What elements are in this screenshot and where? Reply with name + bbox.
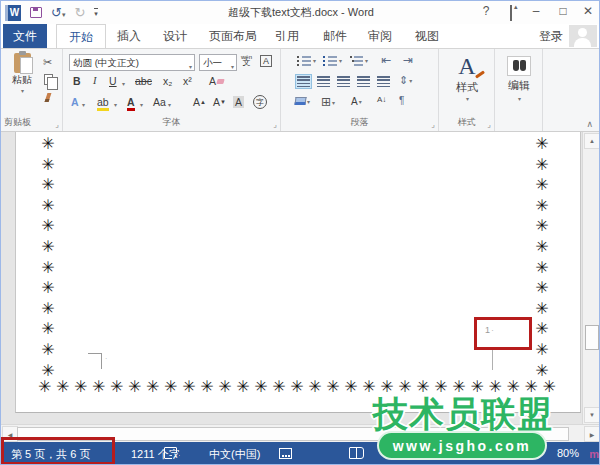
font-dialog-launcher-icon[interactable]: ⌟ bbox=[273, 120, 277, 129]
tab-design[interactable]: 设计 bbox=[151, 24, 199, 48]
save-icon[interactable] bbox=[30, 7, 42, 18]
read-mode-view-icon[interactable] bbox=[349, 447, 364, 459]
collapse-ribbon-icon[interactable]: ∧ bbox=[586, 119, 593, 129]
character-shading-button[interactable]: A bbox=[233, 96, 244, 108]
styles-dialog-launcher-icon[interactable]: ⌟ bbox=[487, 120, 491, 129]
help-button[interactable]: ? bbox=[477, 4, 495, 18]
font-name-dropdown-icon[interactable]: ▾ bbox=[189, 60, 192, 75]
phonetic-guide-button[interactable]: wén文 bbox=[241, 54, 252, 66]
paragraph-group: ▾ ▾ ▾ ⇤ ⇥ ⇕▾ ▾ ⊞▾ A▾ A↓ ¶ 段落 ⌟ bbox=[281, 49, 439, 131]
styles-button[interactable]: A 样式 ▾ bbox=[439, 51, 495, 103]
footer-cursor-line bbox=[492, 348, 493, 370]
change-case-button[interactable]: Aa bbox=[153, 96, 166, 108]
highlight-dropdown-icon[interactable]: ▾ bbox=[114, 101, 117, 108]
paste-button[interactable]: 粘贴 ▾ bbox=[5, 53, 39, 113]
change-case-dropdown-icon[interactable]: ▾ bbox=[168, 101, 171, 108]
vertical-scrollbar-thumb[interactable] bbox=[585, 325, 599, 350]
tab-references[interactable]: 引用 bbox=[263, 24, 311, 48]
tab-review[interactable]: 审阅 bbox=[356, 24, 404, 48]
clear-formatting-button[interactable]: A bbox=[209, 75, 224, 87]
cut-button[interactable]: ✂ bbox=[43, 56, 52, 69]
asian-layout-button[interactable]: A▾ bbox=[351, 96, 362, 107]
align-center-button[interactable] bbox=[317, 76, 330, 87]
font-name-combo[interactable]: 幼圆 (中文正文)▾ bbox=[69, 54, 195, 71]
line-spacing-button[interactable]: ⇕▾ bbox=[399, 74, 412, 87]
paste-dropdown-icon[interactable]: ▾ bbox=[6, 87, 39, 94]
text-effects-button[interactable]: A bbox=[71, 96, 79, 108]
paragraph-dialog-launcher-icon[interactable]: ⌟ bbox=[431, 120, 435, 129]
character-border-button[interactable]: A bbox=[260, 55, 272, 67]
increase-indent-button[interactable]: ⇥ bbox=[403, 53, 413, 67]
language-indicator[interactable]: 中文(中国) bbox=[209, 447, 260, 462]
numbering-button[interactable]: ▾ bbox=[323, 55, 342, 66]
border-star: ✳ bbox=[344, 377, 357, 396]
italic-button[interactable]: I bbox=[93, 75, 97, 86]
scroll-up-icon[interactable]: ▲ bbox=[584, 133, 600, 149]
sort-button[interactable]: A↓ bbox=[377, 96, 386, 104]
underline-dropdown-icon[interactable]: ▾ bbox=[122, 80, 125, 87]
proofing-errors-icon[interactable] bbox=[164, 447, 177, 459]
clipboard-group: 粘贴 ▾ ✂ 剪贴板 ⌟ bbox=[1, 49, 63, 131]
redo-icon[interactable]: ↻ bbox=[74, 6, 85, 19]
text-effects-dropdown-icon[interactable]: ▾ bbox=[82, 101, 85, 108]
enclose-characters-button[interactable]: 字 bbox=[253, 95, 267, 109]
enclose-characters-icon: 字 bbox=[253, 95, 267, 109]
borders-button[interactable]: ⊞▾ bbox=[321, 95, 335, 109]
border-star: ✳ bbox=[38, 216, 58, 237]
tab-page-layout[interactable]: 页面布局 bbox=[197, 24, 269, 48]
undo-dropdown-icon[interactable]: ▾ bbox=[62, 11, 66, 18]
justify-button[interactable] bbox=[357, 76, 370, 87]
borders-icon: ⊞ bbox=[321, 95, 331, 109]
clipboard-dialog-launcher-icon[interactable]: ⌟ bbox=[55, 120, 59, 129]
customize-qat-icon[interactable]: ▾ bbox=[94, 8, 98, 17]
decrease-indent-button[interactable]: ⇤ bbox=[381, 53, 391, 67]
highlight-button[interactable]: ab bbox=[97, 96, 109, 111]
shading-button[interactable]: ▾ bbox=[295, 97, 310, 105]
grow-font-button[interactable]: A▲ bbox=[193, 96, 206, 108]
border-star: ✳ bbox=[38, 175, 58, 196]
phonetic-guide-icon: wén文 bbox=[241, 54, 252, 66]
tab-file[interactable]: 文件 bbox=[3, 24, 47, 48]
font-size-dropdown-icon[interactable]: ▾ bbox=[231, 60, 234, 75]
vertical-scrollbar[interactable]: ▲ ▼ bbox=[582, 132, 600, 424]
tab-insert[interactable]: 插入 bbox=[105, 24, 153, 48]
format-painter-button[interactable] bbox=[46, 93, 50, 102]
align-right-button[interactable] bbox=[337, 76, 350, 87]
close-button[interactable]: ✕ bbox=[579, 4, 597, 18]
tab-view[interactable]: 视图 bbox=[403, 24, 451, 48]
font-size-combo[interactable]: 小一▾ bbox=[199, 54, 237, 71]
bold-button[interactable]: B bbox=[73, 75, 81, 87]
shrink-font-button[interactable]: A▼ bbox=[213, 96, 226, 108]
font-color-button[interactable]: A bbox=[127, 96, 135, 111]
superscript-button[interactable]: x² bbox=[183, 75, 192, 87]
styles-group: A 样式 ▾ 样式 ⌟ bbox=[439, 49, 495, 131]
multilevel-list-button[interactable]: ▾ bbox=[349, 55, 368, 66]
ribbon-display-options-button[interactable] bbox=[502, 4, 520, 18]
sign-in-link[interactable]: 登录 bbox=[539, 24, 563, 48]
ribbon-display-options-icon bbox=[510, 5, 512, 21]
editing-button[interactable]: 编辑 ▾ bbox=[495, 53, 543, 105]
distribute-button[interactable] bbox=[377, 76, 390, 87]
show-hide-marks-button[interactable]: ¶ bbox=[399, 95, 404, 106]
window-title: 超级下载text文档.docx - Word bbox=[151, 5, 451, 20]
macro-record-icon[interactable] bbox=[279, 448, 292, 459]
subscript-button[interactable]: x₂ bbox=[163, 75, 172, 87]
account-avatar[interactable] bbox=[569, 25, 597, 47]
zoom-level[interactable]: 80% bbox=[557, 447, 579, 459]
border-star: ✳ bbox=[254, 377, 267, 396]
copy-button[interactable] bbox=[44, 74, 53, 85]
tab-mailings[interactable]: 邮件 bbox=[311, 24, 359, 48]
maximize-button[interactable]: □ bbox=[554, 4, 572, 18]
bullets-button[interactable]: ▾ bbox=[297, 55, 316, 66]
align-left-button[interactable] bbox=[295, 74, 312, 89]
minimize-button[interactable]: – bbox=[527, 4, 545, 18]
undo-button[interactable]: ↺▾ bbox=[51, 6, 65, 19]
strikethrough-button[interactable]: abc bbox=[135, 75, 152, 87]
word-logo-icon[interactable]: W bbox=[5, 5, 21, 21]
document-page[interactable]: ✳✳✳✳✳✳✳✳✳✳✳✳ ✳✳✳✳✳✳✳✳✳✳✳✳ ✳✳✳✳✳✳✳✳✳✳✳✳✳✳… bbox=[15, 132, 581, 413]
underline-button[interactable]: U bbox=[109, 75, 117, 87]
font-color-dropdown-icon[interactable]: ▾ bbox=[140, 101, 143, 108]
undo-icon: ↺ bbox=[51, 5, 62, 20]
border-star: ✳ bbox=[308, 377, 321, 396]
tab-home[interactable]: 开始 bbox=[56, 24, 106, 48]
